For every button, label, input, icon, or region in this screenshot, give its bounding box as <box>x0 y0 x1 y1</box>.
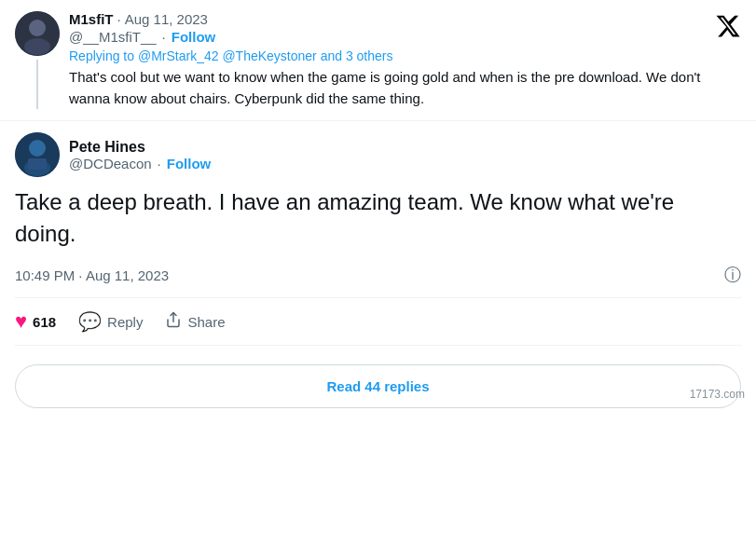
replying-to-users: @MrStark_42 @TheKeystoner and 3 others <box>138 48 393 63</box>
share-action[interactable]: Share <box>165 311 225 333</box>
info-icon[interactable]: ⓘ <box>724 264 741 286</box>
reply-tweet-header: M1sfiT · Aug 11, 2023 <box>69 11 741 27</box>
svg-point-1 <box>29 20 46 36</box>
reply-bubble-icon: 💬 <box>78 310 102 333</box>
x-logo <box>715 13 741 39</box>
read-replies-button[interactable]: Read 44 replies <box>15 364 741 408</box>
main-timestamp: 10:49 PM · Aug 11, 2023 <box>15 267 169 283</box>
main-sep: · <box>158 156 161 171</box>
action-bar: ♥ 618 💬 Reply Share <box>15 297 741 346</box>
reply-separator: · <box>117 11 121 27</box>
heart-icon: ♥ <box>15 309 27 334</box>
main-tweet: Pete Hines @DCDeacon · Follow Take a dee… <box>0 121 756 353</box>
replying-to: Replying to @MrStark_42 @TheKeystoner an… <box>69 48 741 63</box>
share-label: Share <box>187 314 225 330</box>
reply-handle-sep: · <box>162 29 166 45</box>
main-username: Pete Hines <box>69 139 211 156</box>
reply-follow-button[interactable]: Follow <box>172 29 216 45</box>
reply-handle: @__M1sfiT__ <box>69 29 157 45</box>
main-timestamp-row: 10:49 PM · Aug 11, 2023 ⓘ <box>15 264 741 286</box>
like-action[interactable]: ♥ 618 <box>15 309 56 334</box>
thread-line <box>36 60 38 109</box>
reply-action[interactable]: 💬 Reply <box>78 310 143 333</box>
watermark: 17173.com <box>690 388 745 401</box>
main-avatar <box>15 132 60 177</box>
main-tweet-header: Pete Hines @DCDeacon · Follow <box>15 132 741 177</box>
svg-point-2 <box>24 38 50 55</box>
reply-label: Reply <box>107 314 143 330</box>
like-count: 618 <box>33 314 56 330</box>
reply-tweet-text: That's cool but we want to know when the… <box>69 67 741 109</box>
reply-timestamp: Aug 11, 2023 <box>125 11 208 27</box>
reply-tweet: M1sfiT · Aug 11, 2023 @__M1sfiT__ · Foll… <box>0 0 756 121</box>
main-tweet-user: Pete Hines @DCDeacon · Follow <box>69 139 211 171</box>
main-handle-row: @DCDeacon · Follow <box>69 156 211 171</box>
svg-rect-6 <box>28 158 47 170</box>
share-icon <box>165 311 182 333</box>
svg-point-4 <box>29 140 46 157</box>
reply-tweet-content: M1sfiT · Aug 11, 2023 @__M1sfiT__ · Foll… <box>69 11 741 109</box>
main-follow-button[interactable]: Follow <box>167 156 212 171</box>
main-tweet-text: Take a deep breath. I have an amazing te… <box>15 186 741 249</box>
tweet-container: M1sfiT · Aug 11, 2023 @__M1sfiT__ · Foll… <box>0 0 756 408</box>
reply-avatar <box>15 11 60 56</box>
reply-username: M1sfiT <box>69 11 114 27</box>
replying-to-label: Replying to <box>69 48 134 63</box>
main-handle: @DCDeacon <box>69 156 152 171</box>
